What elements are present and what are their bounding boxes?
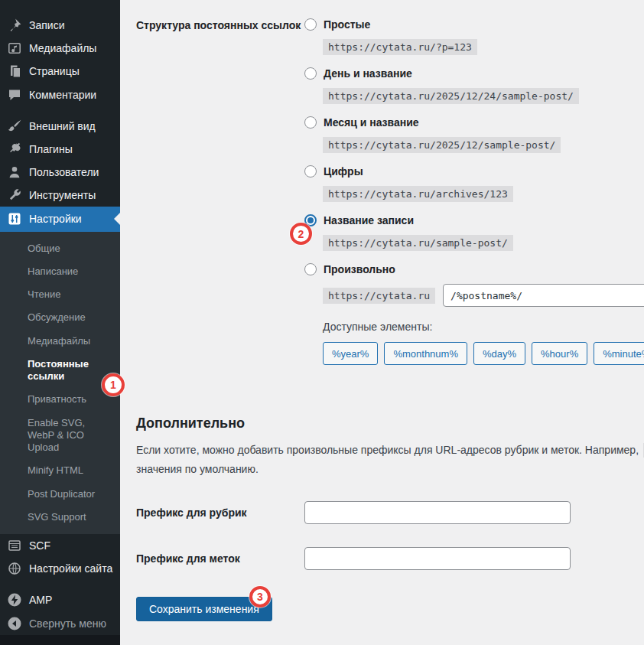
scf-table-icon (7, 538, 22, 553)
brush-icon (7, 119, 22, 134)
structure-label: Структура постоянных ссылок (136, 17, 304, 376)
sidebar-item-plugins[interactable]: Плагины (0, 138, 120, 161)
radio-label[interactable]: День и название (324, 67, 412, 80)
radio-numeric[interactable] (304, 165, 317, 178)
submenu-item-privacy[interactable]: Приватность (0, 388, 120, 411)
submenu-item-reading[interactable]: Чтение (0, 283, 120, 306)
media-icon (7, 41, 22, 56)
submenu-item-media[interactable]: Медиафайлы (0, 330, 120, 353)
globe-icon (7, 561, 22, 576)
sidebar-item-label: Плагины (29, 143, 73, 155)
permalink-example: https://cytata.ru/?p=123 (323, 39, 477, 55)
sidebar-item-posts[interactable]: Записи (0, 14, 120, 37)
sidebar-item-label: Внешний вид (29, 120, 96, 132)
wrench-icon (7, 187, 22, 203)
tag-button-minute[interactable]: %minute% (594, 342, 644, 365)
tag-button-day[interactable]: %day% (473, 342, 525, 365)
sidebar-item-label: Свернуть меню (29, 617, 106, 630)
menu-separator (0, 106, 120, 115)
menu-separator (0, 581, 120, 589)
submenu-item-svg-support[interactable]: SVG Support (0, 506, 120, 529)
sidebar-item-label: SCF (29, 539, 50, 552)
comments-icon (7, 87, 22, 103)
sidebar-item-media[interactable]: Медиафайлы (0, 37, 120, 60)
structure-tags-row: %year% %monthnum% %day% %hour% %minute% (323, 342, 644, 365)
available-elements-label: Доступные элементы: (323, 321, 644, 333)
submenu-item-general[interactable]: Общие (0, 237, 120, 260)
annotation-step-2-badge: 2 (290, 223, 312, 245)
radio-day-name[interactable] (304, 67, 317, 80)
sidebar-item-comments[interactable]: Комментарии (0, 83, 120, 106)
sidebar-item-label: Комментарии (29, 89, 96, 101)
sidebar-item-users[interactable]: Пользователи (0, 161, 120, 184)
pin-icon (7, 18, 22, 33)
permalink-example: https://cytata.ru/2025/12/sample-post/ (323, 137, 561, 153)
settings-sliders-icon (7, 211, 22, 226)
sidebar-item-pages[interactable]: Страницы (0, 60, 120, 83)
tag-prefix-label: Префикс для меток (136, 547, 304, 570)
admin-sidebar: Записи Медиафайлы Страницы Комментарии В… (0, 0, 120, 645)
radio-label[interactable]: Простые (324, 18, 370, 31)
annotation-step-3-badge: 3 (249, 586, 271, 608)
site-url-chip: https://cytata.ru (323, 288, 435, 304)
custom-structure-input[interactable] (443, 284, 644, 307)
collapse-icon (7, 616, 22, 631)
permalink-option-day-name: День и название https://cytata.ru/2025/1… (304, 66, 644, 104)
radio-custom[interactable] (304, 263, 317, 275)
permalink-example: https://cytata.ru/archives/123 (323, 186, 513, 202)
pages-icon (7, 64, 22, 79)
category-prefix-input[interactable] (304, 501, 571, 524)
permalink-example: https://cytata.ru/2025/12/24/sample-post… (323, 88, 579, 104)
sidebar-item-label: Страницы (29, 65, 80, 77)
radio-label[interactable]: Название записи (324, 214, 414, 226)
radio-label[interactable]: Месяц и название (324, 116, 419, 129)
sidebar-item-label: AMP (29, 594, 52, 606)
tag-button-monthnum[interactable]: %monthnum% (384, 342, 467, 365)
optional-description: Если хотите, можно добавить произвольные… (136, 441, 644, 478)
radio-label[interactable]: Произвольно (324, 263, 395, 275)
annotation-step-1-badge: 1 (102, 373, 125, 396)
optional-section-heading: Дополнительно (136, 415, 644, 432)
plugin-icon (7, 142, 22, 157)
sidebar-item-site-settings[interactable]: Настройки сайта (0, 557, 120, 580)
sidebar-item-tools[interactable]: Инструменты (0, 184, 120, 207)
permalink-example: https://cytata.ru/sample-post/ (323, 235, 513, 251)
sidebar-item-label: Пользователи (29, 166, 99, 178)
sidebar-item-scf[interactable]: SCF (0, 534, 120, 557)
sidebar-item-label: Инструменты (29, 189, 96, 201)
radio-month-name[interactable] (304, 116, 317, 129)
sidebar-item-label: Записи (29, 19, 64, 31)
radio-plain[interactable] (304, 18, 317, 31)
permalink-settings-content: Структура постоянных ссылок Простые http… (120, 0, 644, 645)
radio-label[interactable]: Цифры (324, 165, 363, 178)
submenu-item-enable-svg[interactable]: Enable SVG, WebP & ICO Upload (0, 412, 120, 460)
sidebar-bottom-strip (0, 635, 120, 645)
category-prefix-label: Префикс для рубрик (136, 501, 304, 524)
permalink-option-post-name: Название записи https://cytata.ru/sample… (304, 213, 644, 251)
submenu-item-minify-html[interactable]: Minify HTML (0, 459, 120, 482)
submenu-item-writing[interactable]: Написание (0, 260, 120, 283)
sidebar-item-appearance[interactable]: Внешний вид (0, 114, 120, 137)
tag-prefix-input[interactable] (304, 547, 571, 570)
tag-button-hour[interactable]: %hour% (532, 342, 587, 365)
description-text: Если хотите, можно добавить произвольные… (136, 444, 639, 456)
tag-button-year[interactable]: %year% (323, 342, 378, 365)
description-text-line2: значения по умолчанию. (136, 460, 644, 478)
permalink-option-numeric: Цифры https://cytata.ru/archives/123 (304, 164, 644, 202)
amp-icon (7, 592, 22, 608)
sidebar-item-label: Настройки (29, 213, 82, 225)
sidebar-item-settings[interactable]: Настройки (0, 207, 120, 231)
permalink-option-custom: Произвольно https://cytata.ru Доступные … (304, 262, 644, 365)
collapse-menu-button[interactable]: Свернуть меню (0, 611, 120, 634)
sidebar-item-label: Настройки сайта (29, 562, 112, 575)
permalink-option-month-name: Месяц и название https://cytata.ru/2025/… (304, 115, 644, 153)
submenu-item-discussion[interactable]: Обсуждение (0, 306, 120, 329)
submenu-item-post-duplicator[interactable]: Post Duplicator (0, 483, 120, 506)
sidebar-item-label: Медиафайлы (29, 42, 96, 54)
sidebar-item-amp[interactable]: AMP (0, 588, 120, 611)
users-icon (7, 165, 22, 180)
permalink-option-plain: Простые https://cytata.ru/?p=123 (304, 17, 644, 55)
